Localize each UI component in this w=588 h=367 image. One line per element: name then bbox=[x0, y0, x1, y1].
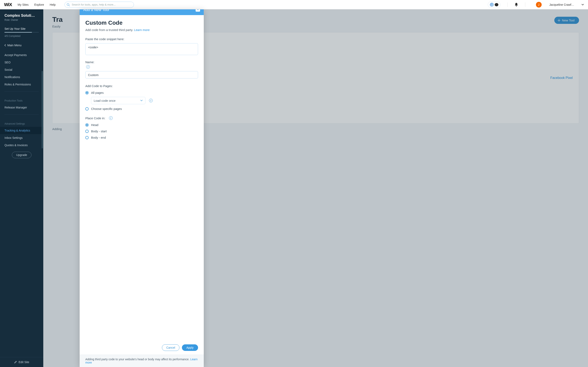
name-input[interactable] bbox=[85, 71, 198, 78]
edit-site-button[interactable]: Edit Site bbox=[0, 357, 43, 367]
main-menu-link[interactable]: Main Menu bbox=[0, 41, 43, 49]
modal-title: Custom Code bbox=[85, 20, 198, 26]
site-title: Complex Soluti… bbox=[4, 13, 39, 18]
info-icon[interactable]: i bbox=[149, 99, 153, 102]
upgrade-button[interactable]: Upgrade bbox=[12, 152, 31, 158]
chat-bubble-icon bbox=[495, 3, 498, 6]
setup-block[interactable]: Set Up Your Site 4/5 Completed bbox=[0, 24, 43, 40]
sidebar-section-advanced: Advanced Settings bbox=[0, 118, 43, 127]
close-icon bbox=[197, 9, 199, 10]
sidebar-item[interactable]: Accept Payments bbox=[0, 51, 43, 59]
sidebar-item[interactable]: Business Email bbox=[0, 49, 43, 51]
radio-place-body-end[interactable]: Body - end bbox=[85, 136, 198, 139]
radio-label: Head bbox=[91, 123, 98, 127]
radio-all-pages[interactable]: All pages bbox=[85, 91, 198, 94]
load-mode-select[interactable]: Load code once bbox=[91, 97, 145, 104]
sidebar-item[interactable]: Social bbox=[0, 66, 43, 73]
sidebar-item[interactable]: Quotes & Invoices bbox=[0, 142, 43, 149]
pages-label: Add Code to Pages: bbox=[85, 84, 198, 88]
search-input[interactable] bbox=[65, 2, 134, 8]
close-button[interactable] bbox=[196, 9, 200, 12]
learn-more-link[interactable]: Learn more bbox=[134, 28, 150, 32]
sidebar-item[interactable]: Inbox Settings bbox=[0, 134, 43, 142]
chat-pill[interactable] bbox=[488, 1, 501, 8]
radio-label: Body - start bbox=[91, 129, 107, 133]
radio-label: Choose specific pages bbox=[91, 107, 122, 110]
radio-icon bbox=[85, 123, 89, 127]
name-label: Name: bbox=[85, 60, 198, 64]
svg-line-1 bbox=[69, 5, 70, 6]
radio-icon bbox=[85, 91, 89, 94]
progress-bar bbox=[4, 32, 39, 33]
main-menu-label: Main Menu bbox=[7, 44, 21, 47]
sidebar: Complex Soluti… Role: Owner Set Up Your … bbox=[0, 9, 43, 367]
notifications-button[interactable] bbox=[515, 3, 518, 7]
modal-header-title: Add a New Tool bbox=[83, 9, 109, 12]
setup-title: Set Up Your Site bbox=[4, 27, 39, 30]
svg-point-2 bbox=[516, 6, 517, 7]
nav-my-sites[interactable]: My Sites bbox=[17, 3, 29, 6]
role-label: Role: Owner bbox=[4, 18, 39, 21]
info-icon[interactable]: i bbox=[86, 65, 90, 69]
info-icon[interactable]: i bbox=[109, 116, 113, 120]
modal-footer: Adding third party code to your website'… bbox=[80, 355, 204, 367]
search-icon bbox=[67, 3, 70, 6]
progress-label: 4/5 Completed bbox=[4, 35, 39, 38]
radio-place-body-start[interactable]: Body - start bbox=[85, 129, 198, 133]
radio-label: All pages bbox=[91, 91, 104, 94]
modal-subtitle-text: Add code from a trusted third party. bbox=[85, 28, 133, 32]
radio-place-head[interactable]: Head bbox=[85, 123, 198, 127]
user-name[interactable]: Jacqueline Crawf… bbox=[549, 3, 574, 6]
sidebar-item[interactable]: Release Manager bbox=[0, 104, 43, 111]
sidebar-divider bbox=[4, 91, 39, 92]
code-textarea[interactable]: <code> bbox=[85, 43, 198, 55]
modal-subtitle: Add code from a trusted third party. Lea… bbox=[85, 28, 198, 32]
nav-help[interactable]: Help bbox=[50, 3, 56, 6]
sidebar-item-tracking-analytics[interactable]: Tracking & Analytics bbox=[0, 127, 43, 134]
modal-header: Add a New Tool bbox=[80, 9, 204, 15]
search-wrap bbox=[65, 2, 134, 8]
nav-explore[interactable]: Explore bbox=[34, 3, 44, 6]
radio-icon bbox=[85, 130, 89, 133]
add-tool-modal: Add a New Tool Custom Code Add code from… bbox=[80, 9, 204, 367]
load-mode-value: Load code once bbox=[94, 99, 116, 102]
apply-button[interactable]: Apply bbox=[182, 344, 198, 351]
modal-actions: Cancel Apply bbox=[80, 342, 204, 355]
top-header: WiX My Sites Explore Help J Jacqueline C… bbox=[0, 0, 588, 9]
radio-icon bbox=[85, 107, 89, 110]
chevron-down-icon bbox=[140, 100, 143, 101]
cancel-button[interactable]: Cancel bbox=[162, 344, 180, 351]
sidebar-divider bbox=[4, 114, 39, 115]
avatar[interactable]: J bbox=[536, 2, 542, 8]
chevron-down-icon bbox=[581, 4, 584, 6]
sidebar-item[interactable]: Notifications bbox=[0, 73, 43, 81]
pencil-icon bbox=[14, 361, 17, 364]
progress-fill bbox=[4, 32, 32, 33]
bell-icon bbox=[515, 3, 518, 7]
sidebar-item[interactable]: SEO bbox=[0, 59, 43, 66]
radio-label: Body - end bbox=[91, 136, 106, 139]
radio-icon bbox=[85, 136, 89, 139]
chevron-left-icon bbox=[4, 44, 6, 47]
sidebar-scrollbar[interactable] bbox=[42, 71, 43, 149]
sidebar-item[interactable]: Roles & Permissions bbox=[0, 81, 43, 88]
radio-specific-pages[interactable]: Choose specific pages bbox=[85, 107, 198, 110]
edit-site-label: Edit Site bbox=[18, 360, 29, 364]
modal-footer-text: Adding third party code to your website'… bbox=[85, 358, 190, 361]
wix-logo[interactable]: WiX bbox=[4, 2, 12, 7]
header-divider bbox=[507, 2, 508, 7]
sidebar-section-production: Production Tools bbox=[0, 95, 43, 104]
code-label: Paste the code snippet here: bbox=[85, 37, 198, 41]
user-menu-toggle[interactable] bbox=[581, 4, 584, 6]
place-code-label: Place Code in: bbox=[85, 117, 105, 120]
avatar-mini-icon bbox=[490, 3, 494, 7]
header-divider bbox=[525, 2, 525, 7]
